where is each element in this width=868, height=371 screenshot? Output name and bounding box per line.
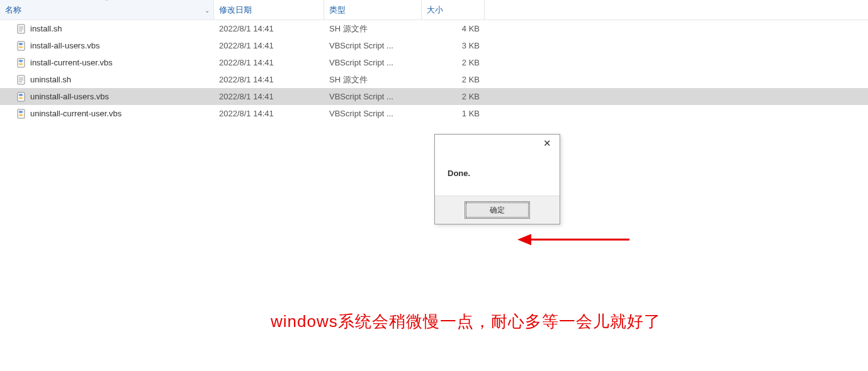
column-header-name[interactable]: ˄ 名称 ⌄ — [0, 0, 214, 19]
arrow-annotation-icon — [517, 231, 631, 248]
message-dialog: ✕ Done. 确定 — [434, 134, 560, 224]
sh-file-icon — [16, 24, 26, 34]
file-name-label: uninstall-current-user.vbs — [30, 109, 121, 118]
file-name-cell: install-all-users.vbs — [0, 41, 214, 51]
annotation-caption: windows系统会稍微慢一点，耐心多等一会儿就好了 — [271, 311, 661, 333]
ok-button[interactable]: 确定 — [466, 202, 529, 218]
file-row[interactable]: uninstall.sh2022/8/1 14:41SH 源文件2 KB — [0, 71, 868, 88]
sort-ascending-icon: ˄ — [105, 0, 108, 5]
file-name-cell: uninstall-current-user.vbs — [0, 109, 214, 119]
svg-rect-4 — [18, 42, 25, 50]
file-date-cell: 2022/8/1 14:41 — [214, 58, 324, 67]
file-name-cell: uninstall-all-users.vbs — [0, 92, 214, 102]
svg-rect-5 — [18, 58, 25, 67]
file-row[interactable]: install-current-user.vbs2022/8/1 14:41VB… — [0, 54, 868, 71]
file-date-cell: 2022/8/1 14:41 — [214, 75, 324, 84]
file-type-cell: VBScript Script ... — [324, 41, 422, 50]
file-date-cell: 2022/8/1 14:41 — [214, 92, 324, 101]
file-name-label: uninstall.sh — [30, 75, 71, 84]
file-type-cell: SH 源文件 — [324, 23, 422, 35]
vbs-file-icon — [16, 58, 26, 68]
file-row[interactable]: uninstall-all-users.vbs2022/8/1 14:41VBS… — [0, 88, 868, 105]
svg-rect-10 — [18, 92, 25, 101]
column-size-label: 大小 — [427, 4, 443, 16]
file-type-cell: VBScript Script ... — [324, 58, 422, 67]
column-header-size[interactable]: 大小 — [422, 0, 485, 19]
file-size-cell: 2 KB — [422, 58, 485, 67]
column-header-row: ˄ 名称 ⌄ 修改日期 类型 大小 — [0, 0, 868, 20]
close-button[interactable]: ✕ — [534, 135, 560, 152]
file-name-cell: install-current-user.vbs — [0, 58, 214, 68]
file-name-label: install-all-users.vbs — [30, 41, 100, 50]
file-type-cell: VBScript Script ... — [324, 92, 422, 101]
file-size-cell: 1 KB — [422, 109, 485, 118]
vbs-file-icon — [16, 41, 26, 51]
dialog-footer: 确定 — [435, 196, 560, 224]
close-icon: ✕ — [543, 138, 551, 149]
file-date-cell: 2022/8/1 14:41 — [214, 41, 324, 50]
file-name-cell: uninstall.sh — [0, 75, 214, 85]
file-type-cell: SH 源文件 — [324, 74, 422, 86]
file-row[interactable]: install.sh2022/8/1 14:41SH 源文件4 KB — [0, 20, 868, 37]
column-header-date[interactable]: 修改日期 — [214, 0, 324, 19]
file-size-cell: 4 KB — [422, 24, 485, 33]
column-date-label: 修改日期 — [219, 4, 252, 16]
svg-rect-11 — [18, 109, 25, 118]
file-name-label: install.sh — [30, 24, 62, 33]
file-name-cell: install.sh — [0, 24, 214, 34]
column-name-label: 名称 — [5, 4, 21, 16]
column-header-type[interactable]: 类型 — [324, 0, 422, 19]
file-size-cell: 2 KB — [422, 92, 485, 101]
file-row[interactable]: uninstall-current-user.vbs2022/8/1 14:41… — [0, 105, 868, 122]
file-size-cell: 3 KB — [422, 41, 485, 50]
dialog-message: Done. — [435, 156, 560, 196]
ok-button-label: 确定 — [490, 205, 505, 216]
dialog-titlebar: ✕ — [435, 135, 560, 156]
chevron-down-icon[interactable]: ⌄ — [205, 6, 210, 13]
svg-marker-13 — [517, 234, 531, 245]
file-name-label: uninstall-all-users.vbs — [30, 92, 109, 101]
file-type-cell: VBScript Script ... — [324, 109, 422, 118]
sh-file-icon — [16, 75, 26, 85]
vbs-file-icon — [16, 109, 26, 119]
file-row[interactable]: install-all-users.vbs2022/8/1 14:41VBScr… — [0, 37, 868, 54]
vbs-file-icon — [16, 92, 26, 102]
file-date-cell: 2022/8/1 14:41 — [214, 109, 324, 118]
file-size-cell: 2 KB — [422, 75, 485, 84]
file-date-cell: 2022/8/1 14:41 — [214, 24, 324, 33]
column-type-label: 类型 — [329, 4, 346, 16]
file-list: install.sh2022/8/1 14:41SH 源文件4 KBinstal… — [0, 20, 868, 122]
file-name-label: install-current-user.vbs — [30, 58, 113, 67]
